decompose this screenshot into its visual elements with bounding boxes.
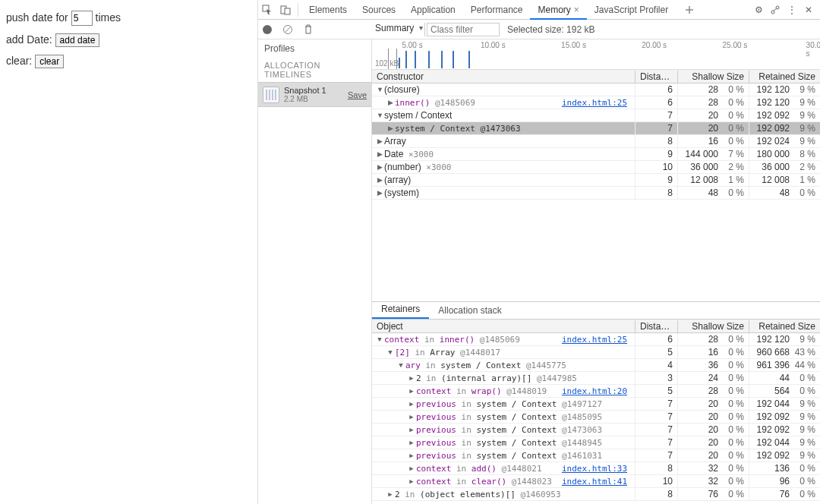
cell-retained: 480 % <box>749 187 820 199</box>
cell-retained: 960 % <box>749 475 820 487</box>
table-row[interactable]: context in wrap() @1448019index.html:205… <box>372 385 820 398</box>
table-row[interactable]: previous in system / Context @1497127720… <box>372 398 820 411</box>
disclosure-triangle-icon[interactable] <box>377 86 383 93</box>
disclosure-triangle-icon[interactable] <box>408 477 415 485</box>
disclosure-triangle-icon[interactable] <box>408 374 415 382</box>
svg-point-3 <box>771 11 774 14</box>
disclosure-triangle-icon[interactable] <box>408 465 415 472</box>
disclosure-triangle-icon[interactable] <box>377 112 383 119</box>
table-row[interactable]: (array)912 0081 %12 0081 % <box>372 174 820 187</box>
table-row[interactable]: previous in system / Context @1461031720… <box>372 449 820 462</box>
clear-button[interactable]: clear <box>35 55 64 68</box>
col-shallow[interactable]: Shallow Size <box>677 71 749 83</box>
tab-elements[interactable]: Elements <box>301 0 355 20</box>
disclosure-triangle-icon[interactable] <box>387 490 393 498</box>
table-row[interactable]: (system)8480 %480 % <box>372 187 820 200</box>
trash-icon[interactable] <box>304 24 313 35</box>
source-link[interactable]: index.html:41 <box>562 477 630 487</box>
close-devtools-icon[interactable]: ✕ <box>800 1 817 19</box>
cell-retained: 192 1209 % <box>749 333 820 345</box>
table-row[interactable]: system / Context7200 %192 0929 % <box>372 109 820 122</box>
cell-shallow: 144 0007 % <box>677 148 749 160</box>
table-row[interactable]: (number) ×30001036 0002 %36 0002 % <box>372 161 820 174</box>
tab-application[interactable]: Application <box>403 0 463 20</box>
table-row[interactable]: inner() @1485069index.html:256280 %192 1… <box>372 96 820 109</box>
disclosure-triangle-icon[interactable] <box>408 400 415 408</box>
retainers-table[interactable]: context in inner() @1485069index.html:25… <box>372 333 820 504</box>
tab-sources[interactable]: Sources <box>355 0 403 20</box>
table-row[interactable]: context in add() @1448021index.html:3383… <box>372 462 820 475</box>
table-row[interactable]: ary in system / Context @14457754360 %96… <box>372 359 820 372</box>
allocation-timeline[interactable]: 5.00 s10.00 s15.00 s20.00 s25.00 s30.00 … <box>372 39 820 70</box>
push-times-input[interactable] <box>71 11 93 26</box>
animation-icon[interactable] <box>767 1 784 19</box>
table-row[interactable]: Array8160 %192 0249 % <box>372 135 820 148</box>
snapshot-item[interactable]: Snapshot 1 2.2 MB Save <box>258 82 371 107</box>
add-date-button[interactable]: add date <box>55 33 100 47</box>
table-row[interactable]: context in clear() @1448023index.html:41… <box>372 475 820 488</box>
source-link[interactable]: index.html:20 <box>562 386 630 396</box>
disclosure-triangle-icon[interactable] <box>408 413 415 421</box>
row-label: context in wrap() @1448019 <box>416 386 547 396</box>
disclosure-triangle-icon[interactable] <box>408 426 415 433</box>
disclosure-triangle-icon[interactable] <box>377 137 383 145</box>
devtools-tabbar: ElementsSourcesApplicationPerformanceMem… <box>258 0 820 20</box>
table-row[interactable]: 2 in (object elements)[] @14609538760 %7… <box>372 488 820 501</box>
close-tab-icon[interactable]: × <box>574 5 579 15</box>
table-row[interactable]: 2 in (internal array)[] @14479853240 %44… <box>372 372 820 385</box>
source-link[interactable]: index.html:25 <box>562 335 630 345</box>
snapshot-icon <box>263 87 279 103</box>
device-toggle-icon[interactable] <box>276 1 295 19</box>
tab-allocation-stack[interactable]: Allocation stack <box>429 302 510 319</box>
disclosure-triangle-icon[interactable] <box>377 163 383 171</box>
col-retained-2[interactable]: Retained Size <box>749 320 820 332</box>
tab-javascript-profiler[interactable]: JavaScript Profiler <box>587 0 676 20</box>
col-constructor[interactable]: Constructor <box>372 71 635 83</box>
source-link[interactable]: index.html:33 <box>562 464 630 474</box>
disclosure-triangle-icon[interactable] <box>398 361 404 369</box>
selection-left[interactable] <box>388 49 389 69</box>
disclosure-triangle-icon[interactable] <box>377 176 383 184</box>
table-row[interactable]: [2] in Array @14480175160 %960 66843 % <box>372 346 820 359</box>
table-row[interactable]: Date ×30009144 0007 %180 0008 % <box>372 148 820 161</box>
col-shallow-2[interactable]: Shallow Size <box>677 320 749 332</box>
table-row[interactable]: previous in system / Context @1448945720… <box>372 436 820 449</box>
view-dropdown[interactable]: Summary <box>372 23 425 36</box>
disclosure-triangle-icon[interactable] <box>408 439 415 446</box>
col-retained[interactable]: Retained Size <box>749 71 820 83</box>
inspect-icon[interactable] <box>258 1 276 19</box>
snapshot-save-link[interactable]: Save <box>348 90 367 99</box>
tab-performance[interactable]: Performance <box>463 0 531 20</box>
table-row[interactable]: system / Context @14730637200 %192 0929 … <box>372 122 820 135</box>
disclosure-triangle-icon[interactable] <box>408 387 415 395</box>
tab-memory[interactable]: Memory× <box>530 0 586 20</box>
disclosure-triangle-icon[interactable] <box>387 124 393 132</box>
kebab-icon[interactable]: ⋮ <box>784 1 800 19</box>
disclosure-triangle-icon[interactable] <box>387 99 393 106</box>
disclosure-triangle-icon[interactable] <box>387 348 393 356</box>
col-distance-2[interactable]: Distance <box>635 320 677 332</box>
table-row[interactable]: previous in system / Context @1473063720… <box>372 424 820 436</box>
col-object[interactable]: Object <box>372 320 635 332</box>
source-link[interactable]: index.html:25 <box>562 98 630 108</box>
tab-retainers[interactable]: Retainers <box>372 301 429 319</box>
disclosure-triangle-icon[interactable] <box>377 189 383 197</box>
class-filter-input[interactable] <box>427 23 500 36</box>
disclosure-triangle-icon[interactable] <box>408 452 415 459</box>
constructor-table[interactable]: (closure)6280 %192 1209 %inner() @148506… <box>372 83 820 301</box>
table-row[interactable]: context in inner() @1485069index.html:25… <box>372 333 820 346</box>
add-tab-icon[interactable] <box>680 1 699 19</box>
table-row[interactable]: (closure)6280 %192 1209 % <box>372 83 820 96</box>
push-label-prefix: push date for <box>6 11 68 24</box>
table-row[interactable]: previous in system / Context @1485095720… <box>372 411 820 424</box>
selection-right[interactable] <box>396 49 397 69</box>
col-distance[interactable]: Distance <box>635 71 677 83</box>
disclosure-triangle-icon[interactable] <box>377 150 383 158</box>
stop-icon[interactable] <box>282 24 293 35</box>
record-icon[interactable] <box>263 25 272 34</box>
cell-shallow: 280 % <box>677 96 749 109</box>
retainers-tabbar: Retainers Allocation stack <box>372 301 820 320</box>
cell-distance: 7 <box>635 424 677 436</box>
gear-icon[interactable]: ⚙ <box>750 1 767 19</box>
disclosure-triangle-icon[interactable] <box>377 335 383 343</box>
